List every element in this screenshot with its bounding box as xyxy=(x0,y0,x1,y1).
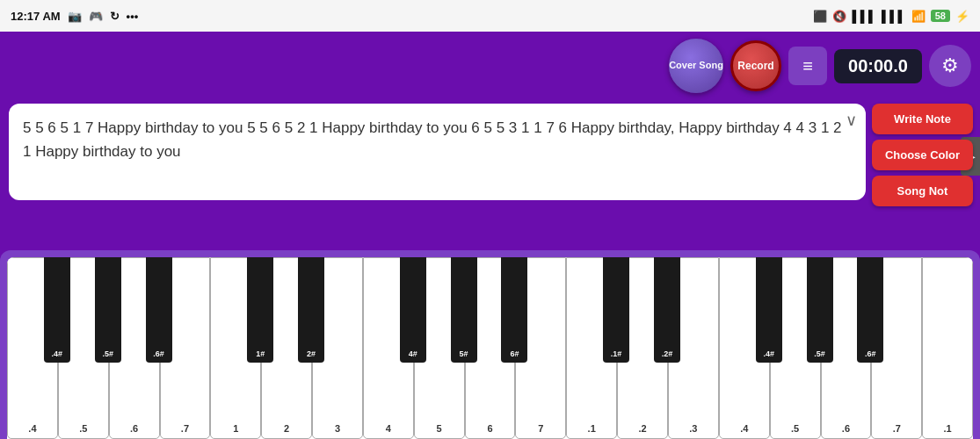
black-key-10[interactable]: .4# xyxy=(756,257,782,363)
white-key-label-6: 3 xyxy=(335,423,340,434)
more-icon: ••• xyxy=(127,10,139,23)
black-key-11[interactable]: .5# xyxy=(807,257,833,363)
charging-icon: ⚡ xyxy=(955,10,969,23)
black-key-label-9: .2# xyxy=(662,349,673,358)
black-key-label-10: .4# xyxy=(763,349,774,358)
record-button[interactable]: Record xyxy=(730,40,781,91)
white-key-label-7: 4 xyxy=(386,423,391,434)
song-not-button[interactable]: Song Not xyxy=(872,176,973,206)
timer-display: 00:00.0 xyxy=(834,49,922,83)
white-key-label-10: 7 xyxy=(538,423,543,434)
black-key-label-8: .1# xyxy=(611,349,622,358)
black-key-9[interactable]: .2# xyxy=(654,257,680,363)
photo-icon: 📷 xyxy=(68,10,82,23)
white-key-label-16: .6 xyxy=(842,423,850,434)
choose-color-button[interactable]: Choose Color xyxy=(872,140,973,170)
white-key-label-14: .4 xyxy=(740,423,748,434)
main-area: Cover Song Record ≡ 00:00.0 ⚙ ▶ ∨ 5 5 6 … xyxy=(0,32,980,439)
white-key-label-12: .2 xyxy=(638,423,646,434)
black-key-1[interactable]: .5# xyxy=(95,257,121,363)
white-key-label-3: .7 xyxy=(181,423,189,434)
nfc-icon: ⬛ xyxy=(813,10,827,23)
settings-button[interactable]: ⚙ xyxy=(929,45,971,87)
status-right: ⬛ 🔇 ▌▌▌ ▌▌▌ 📶 58 ⚡ xyxy=(813,10,969,23)
black-key-3[interactable]: 1# xyxy=(247,257,273,363)
status-left: 12:17 AM 📷 🎮 ↻ ••• xyxy=(11,10,138,23)
write-note-button[interactable]: Write Note xyxy=(872,104,973,134)
expand-button[interactable]: ∨ xyxy=(846,111,857,130)
black-key-label-6: 5# xyxy=(460,349,468,358)
signal1-icon: ▌▌▌ xyxy=(852,10,876,23)
list-button[interactable]: ≡ xyxy=(788,47,827,85)
black-key-4[interactable]: 2# xyxy=(298,257,324,363)
black-key-label-4: 2# xyxy=(307,349,316,358)
black-key-label-3: 1# xyxy=(256,349,265,358)
black-key-label-0: .4# xyxy=(52,349,63,358)
white-key-label-4: 1 xyxy=(233,423,238,434)
gear-icon: ⚙ xyxy=(941,54,959,77)
piano-inner: .4.5.6.71234567.1.2.3.4.5.6.7.1.4#.5#.6#… xyxy=(7,257,973,439)
note-area: ∨ 5 5 6 5 1 7 Happy birthday to you 5 5 … xyxy=(9,104,866,200)
black-key-8[interactable]: .1# xyxy=(603,257,629,363)
white-key-label-5: 2 xyxy=(284,423,289,434)
black-key-7[interactable]: 6# xyxy=(501,257,527,363)
toolbar: Cover Song Record ≡ 00:00.0 ⚙ xyxy=(669,39,971,93)
status-bar: 12:17 AM 📷 🎮 ↻ ••• ⬛ 🔇 ▌▌▌ ▌▌▌ 📶 58 ⚡ xyxy=(0,0,980,32)
white-key-label-8: 5 xyxy=(437,423,442,434)
gamepad-icon: 🎮 xyxy=(89,10,103,23)
white-key-label-0: .4 xyxy=(28,423,36,434)
white-key-label-18: .1 xyxy=(944,423,952,434)
sync-icon: ↻ xyxy=(110,10,120,23)
white-key-label-17: .7 xyxy=(893,423,901,434)
white-key-label-13: .3 xyxy=(689,423,697,434)
white-key-label-2: .6 xyxy=(130,423,138,434)
black-key-label-5: 4# xyxy=(409,349,417,358)
list-icon: ≡ xyxy=(802,56,813,76)
white-key-label-11: .1 xyxy=(588,423,596,434)
black-key-0[interactable]: .4# xyxy=(44,257,70,363)
note-text: 5 5 6 5 1 7 Happy birthday to you 5 5 6 … xyxy=(23,116,852,163)
wifi-icon: 📶 xyxy=(911,10,926,23)
black-key-label-2: .6# xyxy=(153,349,164,358)
signal2-icon: ▌▌▌ xyxy=(882,10,906,23)
piano-container: .4.5.6.71234567.1.2.3.4.5.6.7.1.4#.5#.6#… xyxy=(0,250,980,439)
black-key-label-12: .6# xyxy=(865,349,876,358)
cover-song-button[interactable]: Cover Song xyxy=(669,39,723,93)
black-key-label-11: .5# xyxy=(814,349,825,358)
white-key-label-15: .5 xyxy=(791,423,799,434)
white-key-label-1: .5 xyxy=(79,423,87,434)
black-key-5[interactable]: 4# xyxy=(400,257,426,363)
mute-icon: 🔇 xyxy=(832,10,846,23)
white-key-18[interactable]: .1 xyxy=(922,257,973,439)
white-key-label-9: 6 xyxy=(487,423,492,434)
battery-display: 58 xyxy=(931,10,950,22)
black-key-12[interactable]: .6# xyxy=(857,257,883,363)
time-display: 12:17 AM xyxy=(11,10,61,23)
sidebar-buttons: Write Note Choose Color Song Not xyxy=(872,104,973,206)
black-key-label-1: .5# xyxy=(102,349,113,358)
black-key-label-7: 6# xyxy=(510,349,519,358)
black-key-2[interactable]: .6# xyxy=(146,257,172,363)
black-key-6[interactable]: 5# xyxy=(451,257,477,363)
